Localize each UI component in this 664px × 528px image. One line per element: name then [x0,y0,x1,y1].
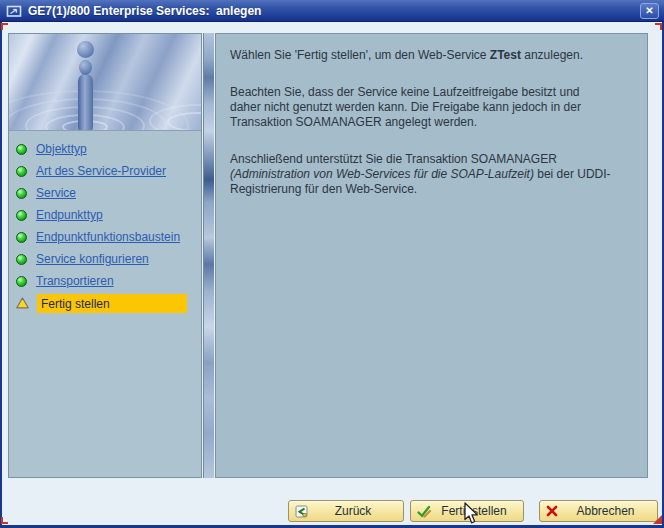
title-bar: GE7(1)/800 Enterprise Services: anlegen … [0,0,664,22]
back-icon [295,505,308,518]
window-title: GE7(1)/800 Enterprise Services: anlegen [28,4,640,18]
message-paragraph-1: Wählen Sie 'Fertig stellen', um den Web-… [230,48,638,63]
step-label[interactable]: Endpunkttyp [36,208,103,222]
message-text: Anschließend unterstützt Sie die Transak… [230,152,557,166]
water-splash-image [9,34,201,131]
step-label[interactable]: Objekttyp [36,142,87,156]
cancel-icon [546,505,558,517]
resize-corner-bottom-right[interactable] [653,515,662,524]
service-name: ZTest [490,48,521,62]
sidebar-step-transportieren[interactable]: Transportieren [9,270,201,292]
step-done-icon [16,188,27,199]
message-text: anzulegen. [521,48,583,62]
water-droplet [79,60,92,75]
sidebar-step-service[interactable]: Service [9,182,201,204]
step-label: Fertig stellen [37,294,187,313]
message-italic-text: (Administration von Web-Services für die… [230,167,534,181]
step-label[interactable]: Service konfigurieren [36,252,149,266]
wizard-steps: Objekttyp Art des Service-Provider Servi… [9,138,201,314]
water-droplet [77,41,94,58]
sidebar-step-service-konfigurieren[interactable]: Service konfigurieren [9,248,201,270]
mouse-cursor [463,502,479,525]
step-label[interactable]: Endpunktfunktionsbaustein [36,230,180,244]
dialog-window-icon [6,4,22,18]
step-warning-icon [16,297,29,309]
sidebar-step-fertig-stellen: Fertig stellen [9,292,201,314]
step-label[interactable]: Art des Service-Provider [36,164,166,178]
resize-corner-top-left [1,23,8,30]
message-paragraph-3: Anschließend unterstützt Sie die Transak… [230,152,638,197]
water-droplet-column [78,74,93,131]
window-border-left [0,22,2,528]
step-label[interactable]: Service [36,186,76,200]
step-label[interactable]: Transportieren [36,274,114,288]
wizard-sidebar: Objekttyp Art des Service-Provider Servi… [8,33,202,478]
step-done-icon [16,254,27,265]
close-button[interactable]: ✕ [640,3,659,19]
message-text: Wählen Sie 'Fertig stellen', um den Web-… [230,48,490,62]
step-done-icon [16,210,27,221]
sidebar-step-art-des-service-provider[interactable]: Art des Service-Provider [9,160,201,182]
sidebar-step-endpunkttyp[interactable]: Endpunkttyp [9,204,201,226]
close-icon: ✕ [645,5,653,16]
resize-corner-top-right [655,23,662,30]
sidebar-step-objekttyp[interactable]: Objekttyp [9,138,201,160]
step-done-icon [16,144,27,155]
resize-corner-bottom-left [1,517,8,524]
wizard-message-panel: Wählen Sie 'Fertig stellen', um den Web-… [215,33,648,478]
dialog-window: GE7(1)/800 Enterprise Services: anlegen … [0,0,664,528]
message-text: Beachten Sie, dass der Service keine Lau… [230,85,581,129]
step-done-icon [16,232,27,243]
panel-divider-strip [203,33,214,478]
step-done-icon [16,166,27,177]
message-paragraph-2: Beachten Sie, dass der Service keine Lau… [230,85,638,130]
cancel-button[interactable]: Abbrechen [539,500,658,522]
back-button[interactable]: Zurück [288,500,404,522]
step-done-icon [16,276,27,287]
finish-icon [417,505,431,518]
sidebar-step-endpunktfunktionsbaustein[interactable]: Endpunktfunktionsbaustein [9,226,201,248]
